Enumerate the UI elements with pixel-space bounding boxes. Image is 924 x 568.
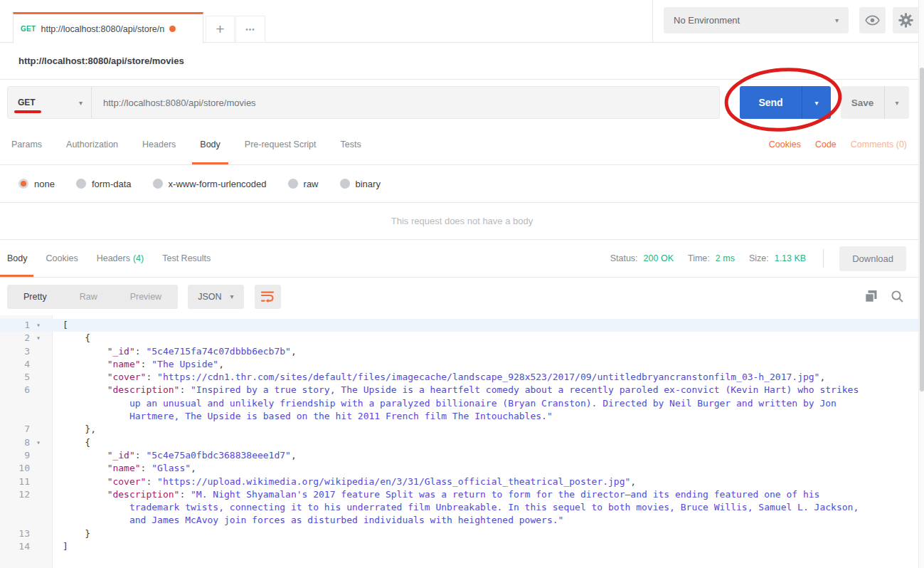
- send-button[interactable]: Send ▾: [740, 86, 831, 119]
- fold-spacer: [34, 540, 53, 553]
- tab-authorization[interactable]: Authorization: [66, 125, 118, 164]
- response-tabs: Body Cookies Headers (4) Test Results: [7, 240, 211, 277]
- scrollbar-thumb[interactable]: [920, 68, 924, 391]
- radio-icon: [288, 179, 298, 189]
- gear-icon: [898, 12, 914, 28]
- headers-label: Headers: [97, 253, 130, 263]
- code-row: 6 "description": "Inspired by a true sto…: [0, 384, 924, 396]
- response-tab-headers[interactable]: Headers (4): [97, 240, 144, 277]
- line-number: 12: [0, 488, 34, 501]
- fold-caret-icon[interactable]: ▾: [34, 332, 53, 345]
- code-text: {: [53, 332, 90, 345]
- radio-label: none: [34, 179, 55, 189]
- url-input[interactable]: [92, 87, 719, 118]
- save-options-caret[interactable]: ▾: [885, 86, 909, 119]
- code-text: [: [53, 319, 68, 332]
- environment-selector[interactable]: No Environment ▾: [664, 7, 849, 33]
- line-number: [0, 410, 34, 423]
- language-selector[interactable]: JSON ▾: [188, 285, 243, 309]
- new-tab-button[interactable]: +: [206, 16, 235, 43]
- view-raw[interactable]: Raw: [63, 292, 114, 302]
- view-preview[interactable]: Preview: [114, 292, 178, 302]
- chevron-down-icon: ▾: [835, 16, 839, 24]
- wrap-lines-icon: [260, 290, 275, 303]
- headers-count-badge: (4): [133, 253, 144, 263]
- request-title: http://localhost:8080/api/store/movies: [0, 43, 924, 80]
- fold-spacer: [34, 462, 53, 475]
- fold-spacer: [34, 384, 53, 396]
- body-type-raw[interactable]: raw: [288, 179, 319, 189]
- url-group: GET ▾: [7, 86, 720, 119]
- fold-spacer: [34, 371, 53, 384]
- send-options-caret[interactable]: ▾: [802, 86, 831, 119]
- view-pretty[interactable]: Pretty: [7, 292, 63, 302]
- line-number: 2: [0, 332, 34, 345]
- send-label: Send: [740, 86, 802, 119]
- download-button[interactable]: Download: [839, 246, 906, 271]
- response-tab-cookies[interactable]: Cookies: [46, 240, 78, 277]
- comments-link[interactable]: Comments (0): [851, 140, 907, 149]
- search-icon[interactable]: [891, 290, 904, 303]
- response-tab-body[interactable]: Body: [7, 240, 28, 277]
- body-type-form-data[interactable]: form-data: [76, 179, 132, 189]
- code-text: "cover": "https://cdn1.thr.com/sites/def…: [53, 371, 825, 384]
- tab-options-button[interactable]: •••: [235, 16, 265, 43]
- request-tab[interactable]: GET http://localhost:8080/api/store/n: [13, 12, 203, 43]
- body-type-urlencoded[interactable]: x-www-form-urlencoded: [153, 179, 267, 189]
- fold-spacer: [34, 527, 53, 540]
- save-button[interactable]: Save ▾: [841, 86, 909, 119]
- fold-spacer: [34, 410, 53, 423]
- environment-quicklook-button[interactable]: [859, 7, 886, 33]
- wrap-lines-button[interactable]: [255, 285, 281, 309]
- status-label: Status:: [610, 253, 638, 263]
- request-builder: GET ▾ Send ▾ Save ▾: [0, 80, 924, 125]
- response-tab-test-results[interactable]: Test Results: [162, 240, 211, 277]
- code-row: 2▾ {: [0, 332, 924, 345]
- copy-icon[interactable]: [864, 290, 878, 303]
- method-selector[interactable]: GET ▾: [8, 87, 92, 118]
- body-type-binary[interactable]: binary: [340, 179, 381, 189]
- radio-label: x-www-form-urlencoded: [169, 179, 267, 189]
- tab-body[interactable]: Body: [200, 125, 221, 164]
- time-label: Time:: [688, 253, 710, 263]
- radio-selected-icon: [18, 179, 28, 189]
- code-row: 13 }: [0, 527, 924, 540]
- fold-caret-icon[interactable]: ▾: [34, 319, 53, 332]
- code-text: up an unusual and unlikely friendship wi…: [53, 397, 837, 410]
- tab-method-label: GET: [21, 25, 36, 33]
- tab-url-label: http://localhost:8080/api/store/n: [41, 24, 164, 34]
- fold-spacer: [34, 423, 53, 436]
- code-row: 3 "_id": "5c4e715fa74c07dbbb6ecb7b",: [0, 345, 924, 358]
- view-mode-switcher: Pretty Raw Preview: [7, 285, 178, 309]
- tab-tests[interactable]: Tests: [341, 125, 361, 164]
- code-text: trademark twists, connecting it to his u…: [53, 501, 859, 514]
- line-number: 5: [0, 371, 34, 384]
- code-link[interactable]: Code: [815, 140, 837, 149]
- code-text: {: [53, 436, 90, 449]
- code-text: Hartmere, The Upside is based on the hit…: [53, 410, 553, 423]
- code-row: 4 "name": "The Upside",: [0, 358, 924, 371]
- line-number: 9: [0, 449, 34, 462]
- code-lines: 1▾[2▾ {3 "_id": "5c4e715fa74c07dbbb6ecb7…: [0, 319, 924, 553]
- postman-window: GET http://localhost:8080/api/store/n + …: [0, 0, 924, 568]
- code-row: trademark twists, connecting it to his u…: [0, 501, 924, 514]
- settings-button[interactable]: [893, 7, 919, 33]
- cookies-link[interactable]: Cookies: [769, 140, 801, 149]
- radio-icon: [340, 179, 350, 189]
- radio-label: raw: [304, 179, 319, 189]
- line-number: [0, 397, 34, 410]
- scrollbar: [918, 0, 924, 568]
- tab-headers[interactable]: Headers: [142, 125, 176, 164]
- radio-icon: [76, 179, 86, 189]
- response-toolbar-icons: [864, 290, 904, 303]
- body-type-none[interactable]: none: [18, 179, 55, 189]
- code-row: up an unusual and unlikely friendship wi…: [0, 397, 924, 410]
- environment-label: No Environment: [674, 15, 740, 26]
- tab-prerequest-script[interactable]: Pre-request Script: [245, 125, 317, 164]
- code-row: 10 "name": "Glass",: [0, 462, 924, 475]
- fold-spacer: [34, 475, 53, 488]
- fold-caret-icon[interactable]: ▾: [34, 436, 53, 449]
- code-row: 7 },: [0, 423, 924, 436]
- tab-params[interactable]: Params: [11, 125, 42, 164]
- fold-spacer: [34, 358, 53, 371]
